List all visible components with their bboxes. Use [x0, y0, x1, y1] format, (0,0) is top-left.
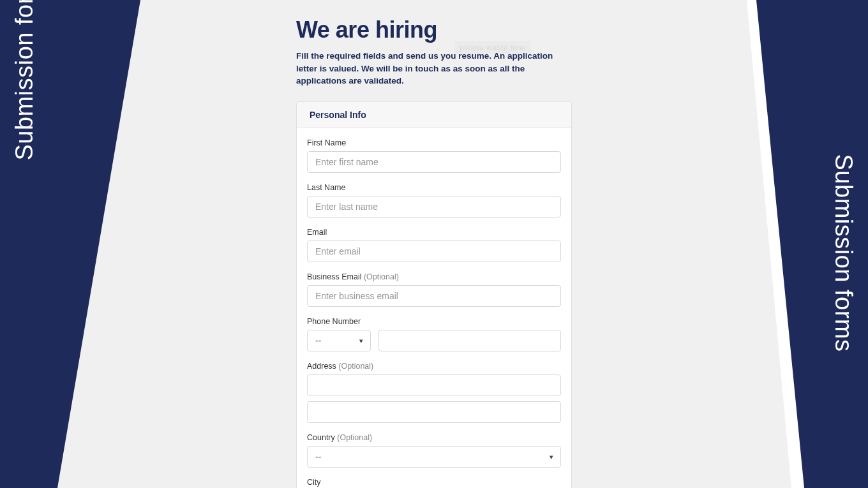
business-email-label: Business Email (Optional) [307, 272, 561, 281]
last-name-label: Last Name [307, 183, 561, 192]
first-name-input[interactable] [307, 151, 561, 173]
city-label: City [307, 478, 561, 487]
side-label-right: Submission forms [830, 154, 858, 352]
page-subtitle: Fill the required fields and send us you… [296, 50, 572, 87]
first-name-label: First Name [307, 138, 561, 147]
section-title: Personal Info [310, 110, 558, 120]
address-line2-input[interactable] [307, 401, 561, 423]
country-label: Country (Optional) [307, 433, 561, 442]
card-header: Personal Info [297, 102, 571, 128]
personal-info-card: Personal Info First Name Last Name Email… [296, 101, 572, 488]
address-line1-input[interactable] [307, 374, 561, 396]
phone-number-input[interactable] [378, 330, 561, 351]
business-email-input[interactable] [307, 285, 561, 307]
form-container: We are hiring please waste time Fill the… [296, 0, 572, 488]
phone-label: Phone Number [307, 317, 561, 326]
email-input[interactable] [307, 240, 561, 262]
side-label-left: Submission forms [11, 0, 38, 161]
country-select[interactable]: -- [307, 446, 561, 468]
last-name-input[interactable] [307, 196, 561, 218]
phone-code-select[interactable]: -- [307, 330, 371, 351]
address-label: Address (Optional) [307, 362, 561, 371]
page-title: We are hiring [296, 17, 572, 43]
email-label: Email [307, 228, 561, 237]
